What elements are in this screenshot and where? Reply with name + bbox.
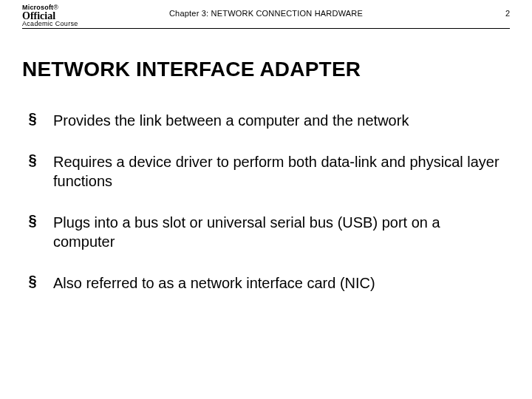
list-item: § Requires a device driver to perform bo… <box>28 152 502 191</box>
bullet-marker-icon: § <box>28 213 53 232</box>
bullet-text: Plugs into a bus slot or universal seria… <box>53 213 502 251</box>
bullet-marker-icon: § <box>28 152 53 171</box>
list-item: § Plugs into a bus slot or universal ser… <box>28 213 502 251</box>
bullet-text: Provides the link between a computer and… <box>53 111 502 130</box>
list-item: § Provides the link between a computer a… <box>28 111 502 130</box>
bullet-text: Also referred to as a network interface … <box>53 273 502 293</box>
page-number: 2 <box>505 9 510 18</box>
chapter-label: Chapter 3: NETWORK CONNECTION HARDWARE <box>0 9 532 18</box>
bullet-text: Requires a device driver to perform both… <box>53 152 502 191</box>
slide-header: Microsoft® Official Academic Course Chap… <box>0 0 532 30</box>
page-title: NETWORK INTERFACE ADAPTER <box>22 58 361 81</box>
header-divider <box>22 28 510 29</box>
bullet-marker-icon: § <box>28 273 53 293</box>
logo-line3: Academic Course <box>22 21 78 27</box>
bullet-list: § Provides the link between a computer a… <box>28 111 502 315</box>
bullet-marker-icon: § <box>28 111 53 130</box>
list-item: § Also referred to as a network interfac… <box>28 273 502 293</box>
